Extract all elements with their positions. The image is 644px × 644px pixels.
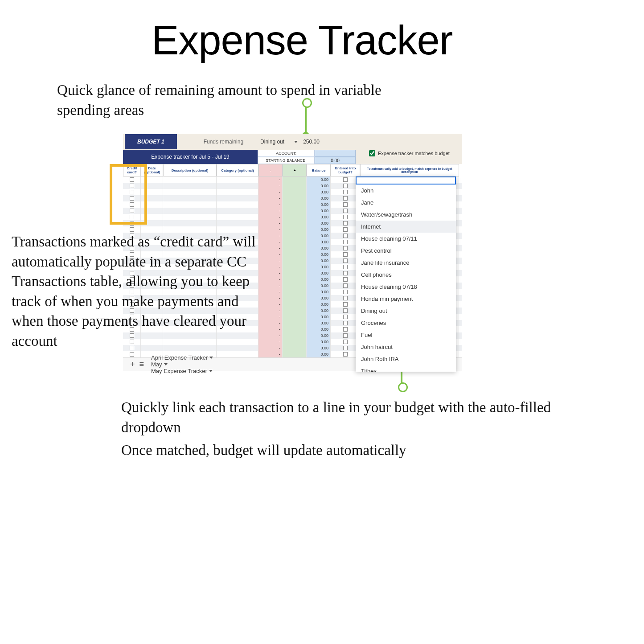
cell-plus[interactable] [283,183,307,189]
cell-date[interactable] [141,220,163,226]
checkbox-icon[interactable] [343,296,348,300]
cell-category[interactable] [217,220,258,226]
cell-minus[interactable]: - [258,332,283,339]
cell-credit-card[interactable] [123,201,141,208]
cell-category[interactable] [217,176,258,183]
checkbox-icon[interactable] [343,202,348,207]
checkbox-icon[interactable] [343,265,348,269]
checkbox-icon[interactable] [343,258,348,263]
checkbox-icon[interactable] [343,252,348,257]
checkbox-icon[interactable] [130,177,134,182]
checkbox-icon[interactable] [130,202,134,207]
sheet-tab[interactable]: May [148,361,216,368]
checkbox-icon[interactable] [343,246,348,250]
dropdown-item[interactable]: Jane [356,197,456,209]
cell-category[interactable] [217,195,258,201]
cell-description[interactable] [163,189,217,195]
dropdown-item[interactable]: Internet [356,221,456,233]
cell-minus[interactable]: - [258,245,283,251]
checkbox-icon[interactable] [343,283,348,288]
checkbox-icon[interactable] [343,302,348,307]
checkbox-icon[interactable] [343,333,348,338]
cell-date[interactable] [141,214,163,220]
dropdown-item[interactable]: House cleaning 07/18 [356,281,456,293]
cell-minus[interactable]: - [258,276,283,283]
checkbox-icon[interactable] [343,321,348,325]
checkbox-icon[interactable] [130,184,134,188]
cell-plus[interactable] [283,214,307,220]
dropdown-item[interactable]: Cell phones [356,269,456,281]
cell-minus[interactable]: - [258,345,283,351]
cell-plus[interactable] [283,326,307,332]
cell-plus[interactable] [283,276,307,283]
cell-plus[interactable] [283,226,307,233]
cell-description[interactable] [163,208,217,214]
cell-minus[interactable]: - [258,201,283,208]
checkbox-icon[interactable] [343,209,348,213]
checkbox-icon[interactable] [343,215,348,219]
cell-plus[interactable] [283,289,307,295]
cell-plus[interactable] [283,189,307,195]
cell-plus[interactable] [283,339,307,345]
cell-minus[interactable]: - [258,239,283,245]
checkbox-icon[interactable] [343,196,348,201]
cell-credit-card[interactable] [123,351,141,357]
cell-credit-card[interactable] [123,214,141,220]
checkbox-icon[interactable] [130,190,134,194]
cell-description[interactable] [163,183,217,189]
cell-minus[interactable]: - [258,214,283,220]
cell-date[interactable] [141,176,163,183]
cell-minus[interactable]: - [258,308,283,314]
cell-minus[interactable]: - [258,251,283,258]
checkbox-icon[interactable] [343,346,348,350]
dropdown-item[interactable]: Water/sewage/trash [356,209,456,221]
cell-credit-card[interactable] [123,220,141,226]
cell-plus[interactable] [283,301,307,308]
cell-plus[interactable] [283,201,307,208]
checkbox-icon[interactable] [343,315,348,319]
dropdown-item[interactable]: Jane life insurance [356,257,456,269]
cell-category[interactable] [217,208,258,214]
cell-minus[interactable]: - [258,270,283,276]
checkbox-icon[interactable] [343,271,348,275]
cell-plus[interactable] [283,195,307,201]
checkbox-icon[interactable] [343,227,348,232]
cell-description[interactable] [163,220,217,226]
cell-minus[interactable]: - [258,339,283,345]
cell-minus[interactable]: - [258,301,283,308]
account-value[interactable] [315,150,356,157]
dropdown-search-input[interactable] [356,176,456,185]
cell-minus[interactable]: - [258,264,283,270]
cell-category[interactable] [217,201,258,208]
cell-plus[interactable] [283,233,307,239]
cell-plus[interactable] [283,320,307,326]
cell-plus[interactable] [283,270,307,276]
cell-category[interactable] [217,214,258,220]
cell-date[interactable] [141,183,163,189]
checkbox-icon[interactable] [130,209,134,213]
match-dropdown[interactable]: JohnJaneWater/sewage/trashInternetHouse … [356,176,456,372]
cell-category[interactable] [217,189,258,195]
checkbox-icon[interactable] [343,177,348,182]
checkbox-icon[interactable] [343,290,348,294]
cell-plus[interactable] [283,220,307,226]
checkbox-icon[interactable] [130,221,134,226]
cell-plus[interactable] [283,176,307,183]
sheet-menu-icon[interactable]: ≡ [139,360,144,369]
cell-credit-card[interactable] [123,183,141,189]
cell-category[interactable] [217,183,258,189]
cell-plus[interactable] [283,332,307,339]
cell-minus[interactable]: - [258,226,283,233]
checkbox-icon[interactable] [343,308,348,313]
dropdown-item[interactable]: Honda min payment [356,293,456,305]
dropdown-item[interactable]: Groceries [356,317,456,329]
checkbox-icon[interactable] [130,215,134,219]
checkbox-icon[interactable] [130,196,134,201]
checkbox-icon[interactable] [343,240,348,244]
dropdown-item[interactable]: John Roth IRA [356,353,456,365]
cell-plus[interactable] [283,245,307,251]
cell-plus[interactable] [283,208,307,214]
cell-date[interactable] [141,195,163,201]
checkbox-icon[interactable] [343,190,348,194]
cell-credit-card[interactable] [123,195,141,201]
